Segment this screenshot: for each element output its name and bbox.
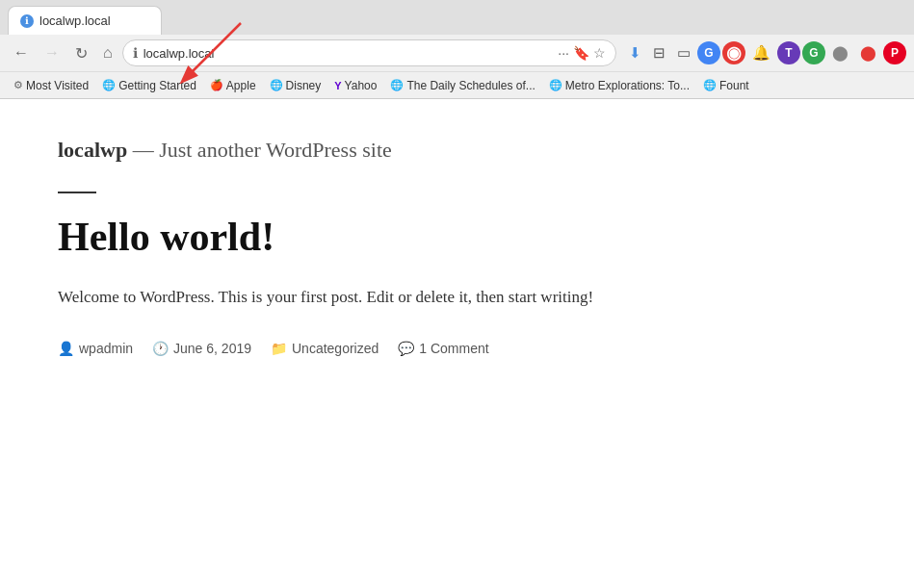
post-meta: 👤 wpadmin 🕐 June 6, 2019 📁 Uncategorized…: [58, 341, 856, 356]
profile-t-button[interactable]: T: [777, 41, 800, 64]
profile-red-circle[interactable]: ◉: [722, 41, 745, 64]
category-text: Uncategorized: [292, 341, 379, 356]
post-author: 👤 wpadmin: [58, 341, 133, 356]
address-bar[interactable]: ℹ localwp.local ··· 🔖 ☆: [122, 39, 616, 66]
page-content: localwp — Just another WordPress site He…: [0, 99, 914, 588]
post-divider: [58, 192, 96, 193]
bookmark-getting-started-label: Getting Started: [118, 79, 196, 92]
bookmark-daily-schedules-label: The Daily Schedules of...: [406, 79, 535, 92]
post-body: Welcome to WordPress. This is your first…: [58, 284, 693, 312]
more-icon[interactable]: ···: [558, 45, 569, 61]
bookmark-apple-label: Apple: [226, 79, 256, 92]
tab-bar: ℹ localwp.local: [0, 0, 914, 35]
back-button[interactable]: ←: [8, 40, 35, 65]
category-icon: 📁: [271, 341, 287, 356]
globe-icon-5: 🌐: [703, 79, 717, 91]
apple-icon: 🍎: [210, 79, 223, 91]
site-tagline: — Just another WordPress site: [133, 138, 392, 162]
author-icon: 👤: [58, 341, 74, 356]
star-icon[interactable]: ☆: [593, 45, 606, 61]
bookmark-getting-started[interactable]: 🌐 Getting Started: [96, 77, 202, 94]
bookmark-daily-schedules[interactable]: 🌐 The Daily Schedules of...: [384, 77, 540, 94]
browser-chrome: ℹ localwp.local ← → ↻ ⌂ ℹ localwp.local …: [0, 0, 914, 99]
comments-text: 1 Comment: [419, 341, 488, 356]
address-text: localwp.local: [144, 46, 553, 61]
bookmark-yahoo-label: Yahoo: [345, 79, 378, 92]
tab-favicon: ℹ: [20, 14, 34, 28]
bookmark-disney-label: Disney: [286, 79, 322, 92]
date-icon: 🕐: [152, 341, 169, 356]
yahoo-icon: Y: [334, 80, 341, 91]
pinterest-button[interactable]: P: [883, 41, 906, 64]
globe-icon-1: 🌐: [102, 79, 116, 91]
site-name: localwp: [58, 138, 127, 162]
post-date: 🕐 June 6, 2019: [152, 341, 251, 356]
globe-icon-4: 🌐: [549, 79, 562, 91]
red-icon-button[interactable]: ⬤: [855, 40, 881, 65]
sidebar-button[interactable]: ▭: [672, 40, 695, 65]
nav-bar: ← → ↻ ⌂ ℹ localwp.local ··· 🔖 ☆ ⬇ ⊟ ▭ G …: [0, 35, 914, 71]
profile-g-button[interactable]: G: [697, 41, 720, 64]
profile-g2-button[interactable]: G: [802, 41, 825, 64]
globe-icon-2: 🌐: [270, 79, 283, 91]
globe-icon-3: 🌐: [390, 79, 404, 91]
bookmark-most-visited[interactable]: ⚙ Most Visited: [8, 77, 94, 94]
forward-button[interactable]: →: [39, 40, 65, 65]
bookmark-fount[interactable]: 🌐 Fount: [697, 77, 755, 94]
author-name: wpadmin: [79, 341, 133, 356]
bookmark-fount-label: Fount: [719, 79, 749, 92]
reload-button[interactable]: ↻: [69, 40, 93, 66]
bookmark-most-visited-label: Most Visited: [26, 79, 89, 92]
library-button[interactable]: ⊟: [648, 40, 670, 65]
download-button[interactable]: ⬇: [624, 40, 646, 65]
gear-icon: ⚙: [13, 79, 23, 91]
bell-button[interactable]: 🔔: [747, 40, 775, 65]
active-tab[interactable]: ℹ localwp.local: [8, 6, 162, 35]
date-text: June 6, 2019: [173, 341, 251, 356]
site-title: localwp — Just another WordPress site: [58, 138, 856, 163]
info-icon[interactable]: ℹ: [133, 45, 138, 61]
bookmarks-bar: ⚙ Most Visited 🌐 Getting Started 🍎 Apple…: [0, 71, 914, 98]
post-comments: 💬 1 Comment: [398, 341, 488, 356]
bookmark-metro-explorations-label: Metro Explorations: To...: [565, 79, 690, 92]
post-title: Hello world!: [58, 213, 856, 261]
tab-title: localwp.local: [39, 13, 111, 28]
toolbar-icons: ⬇ ⊟ ▭ G ◉ 🔔 T G ⬤ ⬤ P: [624, 40, 906, 65]
save-icon[interactable]: 🔖: [573, 45, 589, 61]
address-actions: ··· 🔖 ☆: [558, 45, 606, 61]
gray-icon-button[interactable]: ⬤: [827, 40, 853, 65]
bookmark-disney[interactable]: 🌐 Disney: [264, 77, 327, 94]
bookmark-yahoo[interactable]: Y Yahoo: [328, 77, 382, 94]
home-button[interactable]: ⌂: [97, 40, 118, 65]
bookmark-apple[interactable]: 🍎 Apple: [204, 77, 262, 94]
post-category: 📁 Uncategorized: [271, 341, 379, 356]
bookmark-metro-explorations[interactable]: 🌐 Metro Explorations: To...: [543, 77, 695, 94]
comments-icon: 💬: [398, 341, 414, 356]
